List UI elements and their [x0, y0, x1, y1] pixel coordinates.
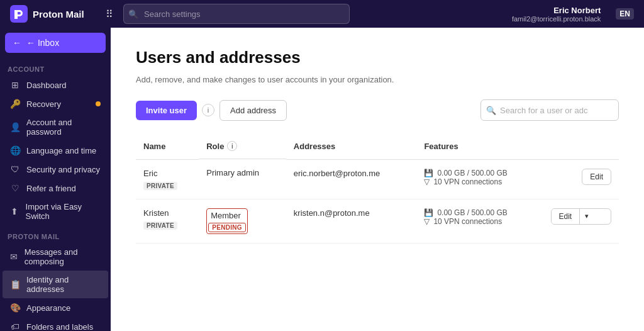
sidebar-item-label: Import via Easy Switch [26, 202, 101, 221]
user-name: Eric Norbert [512, 6, 601, 15]
proton-logo-icon [10, 5, 28, 23]
import-icon: ⬆ [10, 206, 19, 216]
vpn-icon: ▽ [424, 217, 430, 226]
table-row: Kristen PRIVATE Member PENDING kristen.n… [136, 199, 619, 243]
search-users: 🔍 [480, 99, 619, 121]
sidebar-item-import-switch[interactable]: ⬆ Import via Easy Switch [3, 198, 108, 225]
sidebar-item-security-privacy[interactable]: 🛡 Security and privacy [3, 160, 108, 179]
user-role-cell: Primary admin [199, 159, 286, 199]
proton-section-label: PROTON MAIL [0, 225, 111, 243]
logo-text: Proton Mail [33, 9, 84, 20]
user-actions-cell: Edit ▾ [543, 199, 619, 243]
search-users-input[interactable] [480, 99, 619, 121]
sidebar-item-label: Account and password [26, 118, 101, 137]
role-pending-wrap: Member PENDING [206, 208, 248, 234]
user-role: Primary admin [206, 168, 259, 177]
sidebar-item-label: Folders and labels [26, 322, 93, 332]
user-area: Eric Norbert famil2@torricelli.proton.bl… [512, 6, 601, 23]
page-title: Users and addresses [136, 48, 619, 67]
invite-user-button[interactable]: Invite user [136, 101, 197, 120]
sidebar-item-recovery[interactable]: 🔑 Recovery [3, 94, 108, 113]
role-info-icon[interactable]: i [227, 141, 237, 151]
storage-feature: 💾 0.00 GB / 500.00 GB [424, 208, 535, 217]
user-role: Member [208, 210, 243, 221]
account-icon: 👤 [10, 122, 20, 132]
user-tag: PRIVATE [143, 222, 177, 230]
user-features-cell: 💾 0.00 GB / 500.00 GB ▽ 10 VPN connectio… [416, 199, 543, 243]
table-row: Eric PRIVATE Primary admin eric.norbert@… [136, 159, 619, 199]
user-address: eric.norbert@proton.me [294, 169, 380, 178]
vpn-value: 10 VPN connections [433, 177, 502, 186]
user-fullname: Kristen [143, 208, 191, 218]
edit-user-button[interactable]: Edit [582, 169, 611, 185]
notification-dot [96, 101, 101, 106]
col-header-features: Features [416, 136, 543, 159]
main-layout: ← ← Inbox ACCOUNT ⊞ Dashboard 🔑 Recovery… [0, 28, 644, 331]
sidebar-item-label: Messages and composing [25, 247, 101, 266]
user-address-cell: eric.norbert@proton.me [286, 159, 417, 199]
folders-icon: 🏷 [10, 322, 20, 331]
storage-feature: 💾 0.00 GB / 500.00 GB [424, 169, 535, 177]
add-address-button[interactable]: Add address [219, 100, 287, 121]
edit-user-dropdown-button[interactable]: ▾ [580, 209, 594, 224]
user-name-cell: Eric PRIVATE [136, 159, 199, 199]
sidebar-item-dashboard[interactable]: ⊞ Dashboard [3, 76, 108, 94]
storage-icon: 💾 [424, 169, 433, 177]
sidebar-item-identity-addresses[interactable]: 📋 Identity and addresses [3, 271, 108, 298]
sidebar-item-label: Recovery [26, 99, 61, 109]
sidebar-item-account-password[interactable]: 👤 Account and password [3, 113, 108, 141]
pending-tag: PENDING [208, 223, 246, 232]
role-tag-wrap: Member PENDING [208, 210, 246, 232]
sidebar-item-label: Appearance [26, 303, 70, 313]
toolbar: Invite user i Add address 🔍 [136, 99, 619, 121]
inbox-arrow-icon: ← [13, 38, 21, 48]
sidebar-item-label: Identity and addresses [26, 275, 101, 294]
sidebar-inbox-button[interactable]: ← ← Inbox [5, 33, 106, 53]
user-tag: PRIVATE [143, 182, 177, 190]
storage-value: 0.00 GB / 500.00 GB [437, 208, 507, 217]
user-actions-cell: Edit [543, 159, 619, 199]
settings-search: 🔍 [123, 4, 350, 24]
sidebar-item-language-time[interactable]: 🌐 Language and time [3, 141, 108, 160]
user-role-cell: Member PENDING [199, 199, 286, 243]
invite-info-button[interactable]: i [202, 104, 214, 116]
sidebar-item-refer-friend[interactable]: ♡ Refer a friend [3, 179, 108, 198]
search-icon: 🔍 [128, 9, 138, 19]
sidebar-item-appearance[interactable]: 🎨 Appearance [3, 298, 108, 317]
col-header-actions [543, 136, 619, 159]
dashboard-icon: ⊞ [10, 80, 20, 90]
language-badge[interactable]: EN [616, 8, 634, 20]
sidebar-item-label: Language and time [26, 146, 96, 155]
inbox-label: ← Inbox [26, 38, 59, 48]
user-email: famil2@torricelli.proton.black [512, 15, 601, 23]
user-address-cell: kristen.n@proton.me [286, 199, 417, 243]
user-address: kristen.n@proton.me [294, 208, 370, 218]
edit-user-main-button[interactable]: Edit [552, 209, 580, 224]
shield-icon: 🛡 [10, 164, 20, 174]
sidebar-item-folders-labels[interactable]: 🏷 Folders and labels [3, 317, 108, 331]
recovery-icon: 🔑 [10, 99, 20, 109]
col-header-role: Role i [199, 136, 286, 159]
col-header-addresses: Addresses [286, 136, 417, 159]
settings-search-input[interactable] [123, 4, 350, 24]
apps-grid-icon[interactable]: ⠿ [106, 8, 113, 20]
users-table: Name Role i Addresses Features [136, 136, 619, 244]
sidebar-item-messages-composing[interactable]: ✉ Messages and composing [3, 243, 108, 271]
user-fullname: Eric [143, 169, 191, 178]
vpn-icon: ▽ [424, 177, 430, 186]
account-section-label: ACCOUNT [0, 58, 111, 76]
logo: Proton Mail [10, 5, 98, 23]
vpn-feature: ▽ 10 VPN connections [424, 217, 535, 226]
vpn-feature: ▽ 10 VPN connections [424, 177, 535, 186]
content-area: Users and addresses Add, remove, and mak… [111, 28, 644, 331]
user-features-cell: 💾 0.00 GB / 500.00 GB ▽ 10 VPN connectio… [416, 159, 543, 199]
appearance-icon: 🎨 [10, 303, 20, 313]
vpn-value: 10 VPN connections [433, 217, 502, 226]
language-icon: 🌐 [10, 145, 20, 155]
messages-icon: ✉ [10, 252, 18, 262]
storage-icon: 💾 [424, 208, 433, 217]
edit-split-button: Edit ▾ [551, 208, 612, 225]
svg-rect-0 [10, 5, 28, 23]
identity-icon: 📋 [10, 279, 20, 289]
sidebar-item-label: Security and privacy [26, 165, 100, 174]
